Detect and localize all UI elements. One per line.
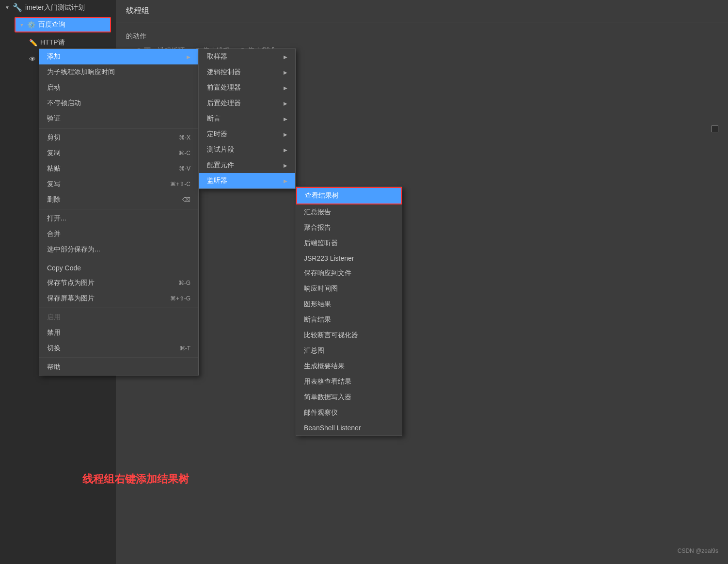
ctx2-sampler-arrow: ▶ <box>284 54 287 60</box>
ctx3-view-results-table[interactable]: 用表格查看结果 <box>296 374 402 390</box>
context-menu-2: 取样器 ▶ 逻辑控制器 ▶ 前置处理器 ▶ 后置处理器 ▶ 断言 ▶ 定时器 ▶… <box>199 48 296 189</box>
action-label: 的动作 <box>126 32 184 41</box>
ctx-add-label: 添加 <box>47 52 61 61</box>
ctx2-listener[interactable]: 监听器 ▶ <box>199 173 295 188</box>
ctx3-simple-data-writer[interactable]: 简单数据写入器 <box>296 390 402 405</box>
ctx-duplicate-label: 复写 <box>47 180 61 188</box>
ctx-add[interactable]: 添加 ▶ <box>39 49 198 64</box>
ctx-add-response-time-label: 为子线程添加响应时间 <box>47 68 115 77</box>
ctx2-pre-processor-arrow: ▶ <box>284 85 287 91</box>
ctx3-summary-report[interactable]: 汇总报告 <box>296 204 402 220</box>
action-row: 的动作 <box>126 32 718 41</box>
ctx-disable-label: 禁用 <box>47 329 61 337</box>
tree-arrow-icon: ▼ <box>5 5 10 10</box>
ctx2-post-processor[interactable]: 后置处理器 ▶ <box>199 95 295 111</box>
ctx2-config-element-label: 配置元件 <box>207 161 234 170</box>
ctx-disable[interactable]: 禁用 <box>39 325 198 341</box>
ctx-help[interactable]: 帮助 <box>39 360 198 375</box>
ctx-paste[interactable]: 粘贴 ⌘-V <box>39 161 198 176</box>
test-plan-icon: 🔧 <box>13 3 22 12</box>
ctx3-generate-summary[interactable]: 生成概要结果 <box>296 359 402 374</box>
ctx-delete-shortcut: ⌫ <box>182 196 190 203</box>
ctx-copy[interactable]: 复制 ⌘-C <box>39 145 198 161</box>
ctx-open[interactable]: 打开... <box>39 211 198 226</box>
ctx3-graph-results-label: 图形结果 <box>304 300 331 309</box>
ctx3-beanshell-listener[interactable]: BeanShell Listener <box>296 421 402 435</box>
ctx-save-node-img-label: 保存节点为图片 <box>47 279 95 287</box>
ctx2-sampler[interactable]: 取样器 ▶ <box>199 49 295 64</box>
ctx3-summary-report-label: 汇总报告 <box>304 208 331 217</box>
ctx2-pre-processor-label: 前置处理器 <box>207 83 241 92</box>
sidebar-item-http[interactable]: ✏️ HTTP请 <box>24 35 111 50</box>
ctx3-simple-data-writer-label: 简单数据写入器 <box>304 393 351 402</box>
ctx3-graph-results[interactable]: 图形结果 <box>296 297 402 312</box>
ctx3-generate-summary-label: 生成概要结果 <box>304 362 345 371</box>
ctx3-backend-listener-label: 后端监听器 <box>304 239 338 248</box>
ctx2-timer[interactable]: 定时器 ▶ <box>199 126 295 142</box>
ctx-save-screen-img[interactable]: 保存屏幕为图片 ⌘+⇧-G <box>39 291 198 306</box>
ctx2-listener-label: 监听器 <box>207 176 227 185</box>
ctx2-logic-ctrl[interactable]: 逻辑控制器 ▶ <box>199 64 295 80</box>
ctx-add-arrow: ▶ <box>187 54 190 60</box>
ctx-save-selection[interactable]: 选中部分保存为... <box>39 242 198 257</box>
ctx2-logic-ctrl-arrow: ▶ <box>284 70 287 75</box>
ctx3-aggregate-report-label: 聚合报告 <box>304 223 331 232</box>
ctx-validate[interactable]: 验证 <box>39 111 198 126</box>
ctx2-timer-arrow: ▶ <box>284 132 287 137</box>
ctx-copy-label: 复制 <box>47 149 61 157</box>
ctx-duplicate[interactable]: 复写 ⌘+⇧-C <box>39 176 198 192</box>
ctx3-aggregate-graph[interactable]: 汇总图 <box>296 343 402 359</box>
ctx3-view-result-tree[interactable]: 查看结果树 <box>296 187 402 204</box>
ctx-toggle-shortcut: ⌘-T <box>179 345 190 352</box>
ctx2-logic-ctrl-label: 逻辑控制器 <box>207 68 241 77</box>
ctx2-test-fragment-arrow: ▶ <box>284 147 287 153</box>
ctx3-aggregate-report[interactable]: 聚合报告 <box>296 220 402 235</box>
ctx2-assertion-label: 断言 <box>207 114 221 123</box>
panel-title: 线程组 <box>116 0 728 22</box>
ctx-save-node-img[interactable]: 保存节点为图片 ⌘-G <box>39 275 198 291</box>
ctx-start-no-pause[interactable]: 不停顿启动 <box>39 95 198 111</box>
ctx3-compare-assertion[interactable]: 比较断言可视化器 <box>296 328 402 343</box>
ctx3-assertion-results-label: 断言结果 <box>304 315 331 324</box>
ctx-save-screen-img-label: 保存屏幕为图片 <box>47 294 95 303</box>
ctx-sep-2 <box>39 209 198 209</box>
ctx2-test-fragment[interactable]: 测试片段 ▶ <box>199 142 295 157</box>
ctx2-post-processor-arrow: ▶ <box>284 101 287 106</box>
ctx3-response-time-graph[interactable]: 响应时间图 <box>296 281 402 297</box>
ctx-save-selection-label: 选中部分保存为... <box>47 245 100 254</box>
ctx3-response-time-graph-label: 响应时间图 <box>304 284 338 293</box>
ctx3-aggregate-graph-label: 汇总图 <box>304 346 324 355</box>
sidebar-item-label-test-plan: imeter入门测试计划 <box>25 3 85 12</box>
ctx-cut[interactable]: 剪切 ⌘-X <box>39 130 198 145</box>
ctx-delete[interactable]: 删除 ⌫ <box>39 192 198 207</box>
sidebar-item-test-plan[interactable]: ▼ 🔧 imeter入门测试计划 <box>0 0 116 15</box>
ctx2-pre-processor[interactable]: 前置处理器 ▶ <box>199 80 295 95</box>
ctx-save-screen-img-shortcut: ⌘+⇧-G <box>170 295 190 302</box>
ctx-add-response-time[interactable]: 为子线程添加响应时间 <box>39 64 198 80</box>
loop-count-checkbox[interactable] <box>712 125 718 132</box>
ctx3-mail-viewer-label: 邮件观察仪 <box>304 408 338 417</box>
ctx2-assertion[interactable]: 断言 ▶ <box>199 111 295 126</box>
ctx2-config-element[interactable]: 配置元件 ▶ <box>199 157 295 173</box>
ctx-start[interactable]: 启动 <box>39 80 198 95</box>
ctx3-jsr223-listener[interactable]: JSR223 Listener <box>296 251 402 266</box>
ctx-toggle[interactable]: 切换 ⌘-T <box>39 341 198 356</box>
ctx3-jsr223-listener-label: JSR223 Listener <box>304 254 354 262</box>
ctx2-config-element-arrow: ▶ <box>284 163 287 168</box>
ctx-cut-label: 剪切 <box>47 133 61 142</box>
ctx-copy-code[interactable]: Copy Code <box>39 261 198 275</box>
ctx-duplicate-shortcut: ⌘+⇧-C <box>170 181 190 188</box>
ctx3-save-response[interactable]: 保存响应到文件 <box>296 266 402 281</box>
ctx3-beanshell-listener-label: BeanShell Listener <box>304 424 361 432</box>
ctx3-view-result-tree-label: 查看结果树 <box>305 191 339 200</box>
ctx-sep-4 <box>39 308 198 308</box>
ctx-cut-shortcut: ⌘-X <box>179 134 190 141</box>
ctx-help-label: 帮助 <box>47 363 61 372</box>
ctx3-mail-viewer[interactable]: 邮件观察仪 <box>296 405 402 421</box>
ctx-open-label: 打开... <box>47 214 66 223</box>
ctx-start-no-pause-label: 不停顿启动 <box>47 99 81 108</box>
ctx-merge[interactable]: 合并 <box>39 226 198 242</box>
sidebar-item-baidu-query[interactable]: ▼ ⚙️ 百度查询 <box>15 17 111 32</box>
ctx3-backend-listener[interactable]: 后端监听器 <box>296 235 402 251</box>
ctx3-assertion-results[interactable]: 断言结果 <box>296 312 402 328</box>
